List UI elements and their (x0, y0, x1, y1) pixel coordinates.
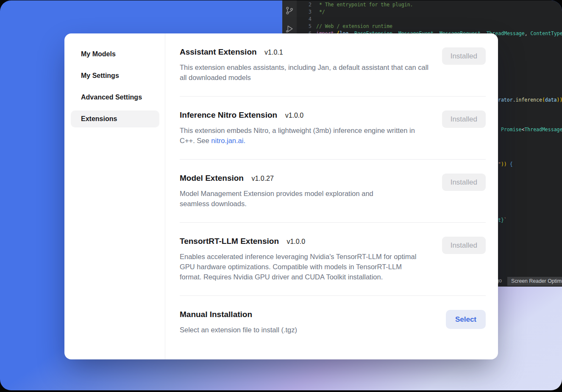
sidebar-item-extensions[interactable]: Extensions (71, 110, 159, 127)
source-control-icon[interactable] (285, 6, 294, 15)
code-line: 3 */ (297, 8, 562, 16)
extension-description: Select an extension file to install (.tg… (180, 325, 297, 335)
code-fragment: rator.inference(data)); (498, 97, 562, 104)
installed-button[interactable]: Installed (442, 174, 486, 191)
code-line: 2 * The entrypoint for the plugin. (297, 1, 562, 8)
screen-reader-badge[interactable]: Screen Reader Optimized (507, 277, 562, 286)
extension-description: This extension enables assistants, inclu… (180, 62, 430, 83)
extension-row-model: Model Extension v1.0.27 Model Management… (180, 160, 486, 223)
extension-name: Manual Installation (180, 310, 252, 319)
extension-row-assistant: Assistant Extension v1.0.1 This extensio… (180, 33, 486, 97)
extension-description: Model Management Extension provides mode… (180, 188, 392, 209)
installed-button[interactable]: Installed (442, 110, 486, 128)
extension-description: This extension embeds Nitro, a lightweig… (180, 125, 421, 146)
installed-button[interactable]: Installed (442, 47, 486, 65)
code-line: 5// Web / extension runtime (297, 23, 562, 30)
extension-name: Assistant Extension (180, 47, 257, 56)
extension-version: v1.0.1 (264, 49, 283, 56)
code-line: 4 (297, 16, 562, 23)
settings-sidebar: My Models My Settings Advanced Settings … (64, 33, 165, 359)
extension-version: v1.0.0 (285, 112, 304, 119)
code-lines: 2 * The entrypoint for the plugin.3 */45… (297, 1, 562, 37)
installed-button[interactable]: Installed (442, 237, 486, 254)
extension-name: TensortRT-LLM Extension (180, 237, 279, 246)
code-fragment: Promise<ThreadMessage> (501, 126, 562, 133)
extension-row-nitro: Inference Nitro Extension v1.0.0 This ex… (180, 97, 486, 160)
screenshot-stage: 2 * The entrypoint for the plugin.3 */45… (0, 0, 562, 392)
extension-row-manual-install: Manual Installation Select an extension … (180, 296, 486, 335)
sidebar-item-advanced-settings[interactable]: Advanced Settings (71, 89, 159, 106)
extensions-list: Assistant Extension v1.0.1 This extensio… (165, 33, 498, 359)
extension-version: v1.0.27 (251, 175, 273, 182)
extension-name: Model Extension (180, 174, 244, 182)
nitro-jan-ai-link[interactable]: nitro.jan.ai. (211, 137, 245, 144)
app-window: 2 * The entrypoint for the plugin.3 */45… (0, 0, 562, 390)
code-fragment: ")) { (498, 161, 513, 168)
extension-version: v1.0.0 (287, 238, 305, 245)
select-file-button[interactable]: Select (446, 310, 486, 329)
extension-description: Enables accelerated inference leveraging… (180, 251, 421, 282)
code-fragment: t}` (498, 217, 507, 224)
extension-row-tensorrt: TensortRT-LLM Extension v1.0.0 Enables a… (180, 223, 486, 296)
extension-name: Inference Nitro Extension (180, 110, 277, 119)
sidebar-item-my-models[interactable]: My Models (71, 46, 159, 63)
sidebar-item-my-settings[interactable]: My Settings (71, 67, 159, 84)
run-debug-icon[interactable] (285, 25, 294, 33)
settings-modal: My Models My Settings Advanced Settings … (64, 33, 498, 359)
